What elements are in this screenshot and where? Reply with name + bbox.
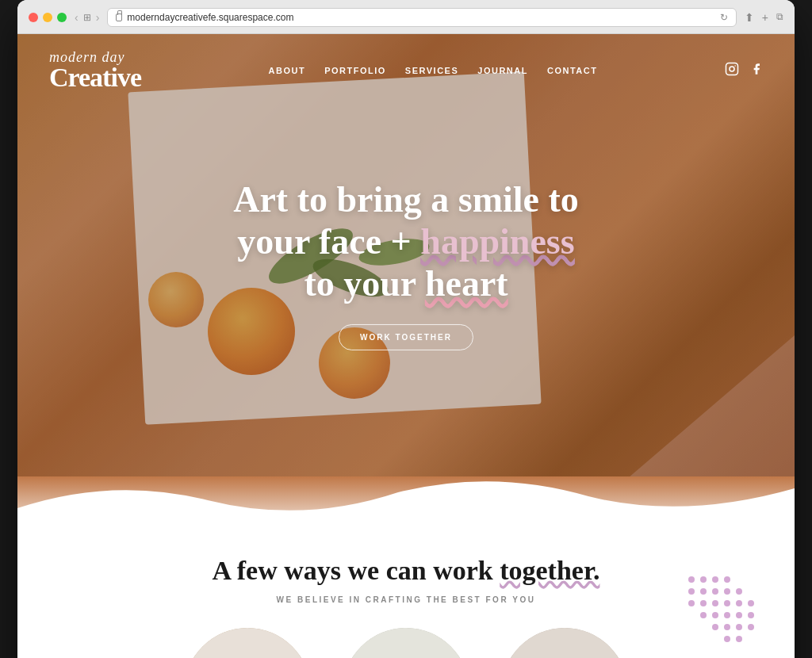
svg-point-7 [688, 588, 695, 595]
share-icon[interactable]: ⬆ [745, 11, 754, 24]
svg-point-26 [748, 624, 754, 630]
service-circle-2 [343, 628, 469, 658]
maximize-button[interactable] [57, 13, 67, 22]
navigation: modern day Creative About Portfolio Serv… [17, 34, 795, 107]
hero-content: Art to bring a smile to your face + happ… [208, 179, 604, 350]
svg-point-28 [736, 636, 742, 642]
svg-point-39 [501, 628, 628, 658]
service-circle-3 [501, 628, 628, 658]
section-subheading: We believe in crafting the best for you [49, 595, 763, 604]
svg-point-15 [724, 600, 730, 606]
svg-point-9 [712, 588, 718, 595]
svg-point-2 [734, 65, 736, 67]
svg-rect-0 [726, 63, 738, 75]
svg-point-25 [736, 624, 742, 630]
svg-point-18 [700, 612, 707, 618]
wave-separator [17, 476, 795, 540]
dots-decoration [684, 572, 747, 635]
svg-point-4 [700, 576, 707, 583]
logo[interactable]: modern day Creative [49, 50, 141, 91]
close-button[interactable] [29, 13, 38, 22]
svg-point-21 [736, 612, 742, 618]
hero-heading-line2: your face + happiness [237, 221, 574, 262]
new-tab-icon[interactable]: + [762, 11, 768, 24]
svg-point-20 [724, 612, 730, 618]
section-heading: A few ways we can work together. [49, 556, 763, 586]
svg-point-12 [688, 600, 695, 606]
service-circle-1 [184, 628, 311, 658]
hero-heading-line1: Art to bring a smile to [233, 179, 579, 220]
instagram-icon[interactable] [725, 62, 739, 79]
tabs-icon[interactable]: ⧉ [776, 11, 783, 24]
svg-point-16 [736, 600, 742, 606]
traffic-lights [29, 13, 67, 22]
reload-icon[interactable]: ↻ [720, 12, 728, 23]
browser-actions: ⬆ + ⧉ [745, 11, 783, 24]
facebook-icon[interactable] [750, 62, 763, 79]
website-content: modern day Creative About Portfolio Serv… [17, 34, 795, 658]
circles-row [49, 628, 763, 658]
svg-point-27 [724, 636, 730, 642]
svg-point-8 [700, 588, 707, 595]
svg-point-24 [724, 624, 730, 630]
nav-links: About Portfolio Services Journal Contact [269, 66, 598, 75]
svg-point-10 [724, 588, 730, 595]
svg-point-5 [712, 576, 718, 583]
svg-point-13 [700, 600, 707, 606]
white-section: A few ways we can work together. We beli… [17, 540, 795, 658]
hero-heading-line3: to your heart [304, 263, 508, 304]
hero-section: modern day Creative About Portfolio Serv… [17, 34, 795, 478]
svg-point-3 [688, 576, 695, 583]
section-heading-text: A few ways we can work together. [213, 556, 600, 585]
svg-point-29 [184, 628, 311, 658]
svg-point-23 [712, 624, 718, 630]
svg-point-14 [712, 600, 718, 606]
nav-services[interactable]: Services [405, 66, 458, 75]
svg-point-22 [748, 612, 754, 618]
nav-about[interactable]: About [269, 66, 306, 75]
nav-journal[interactable]: Journal [477, 66, 528, 75]
nav-portfolio[interactable]: Portfolio [324, 66, 386, 75]
work-together-button[interactable]: Work Together [339, 324, 473, 350]
hero-heading: Art to bring a smile to your face + happ… [208, 179, 604, 305]
svg-point-1 [730, 67, 734, 71]
social-links [725, 62, 763, 79]
browser-chrome: ‹ ⊞ › moderndaycreativefe.squarespace.co… [17, 0, 795, 34]
back-icon[interactable]: ‹ [75, 11, 79, 24]
browser-window: ‹ ⊞ › moderndaycreativefe.squarespace.co… [17, 0, 795, 658]
svg-point-35 [343, 628, 469, 658]
logo-bold: Creative [49, 64, 141, 91]
svg-point-6 [724, 576, 730, 583]
url-display: moderndaycreativefe.squarespace.com [127, 12, 293, 23]
svg-point-11 [736, 588, 742, 595]
svg-point-19 [712, 612, 718, 618]
lock-icon [116, 13, 122, 21]
address-bar[interactable]: moderndaycreativefe.squarespace.com ↻ [107, 8, 736, 27]
sidebar-icon[interactable]: ⊞ [83, 12, 91, 23]
forward-icon[interactable]: › [96, 11, 100, 24]
minimize-button[interactable] [43, 13, 52, 22]
svg-point-17 [748, 600, 754, 606]
nav-contact[interactable]: Contact [547, 66, 597, 75]
browser-controls: ‹ ⊞ › [75, 11, 99, 24]
